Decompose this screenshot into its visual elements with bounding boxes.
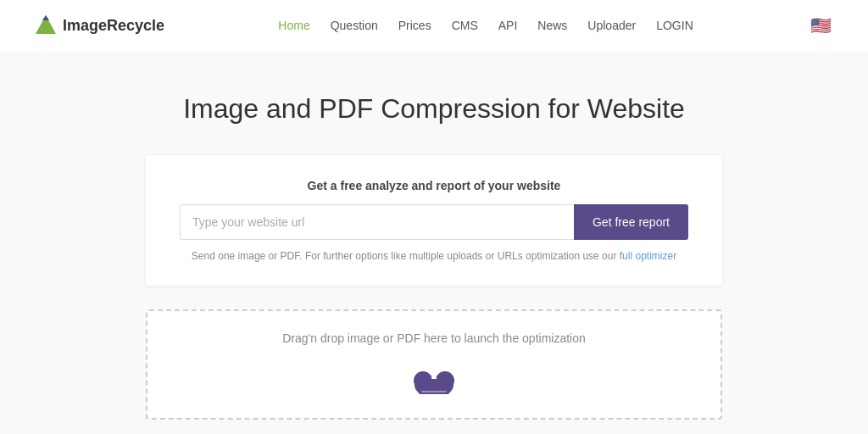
upload-icon: [411, 357, 457, 398]
nav-uploader[interactable]: Uploader: [587, 19, 636, 32]
hero-title: Image and PDF Compression for Website: [183, 93, 685, 125]
get-report-button[interactable]: Get free report: [574, 204, 688, 240]
analyze-section: Get a free analyze and report of your we…: [146, 155, 722, 286]
nav-home[interactable]: Home: [278, 19, 309, 32]
analyze-input-row: Get free report: [180, 204, 688, 240]
logo-icon: [34, 14, 58, 37]
svg-rect-8: [421, 391, 447, 392]
full-optimizer-link[interactable]: full optimizer: [620, 250, 676, 262]
logo-text: ImageRecycle: [63, 17, 164, 35]
drop-zone[interactable]: Drag'n drop image or PDF here to launch …: [146, 309, 722, 420]
main-nav: Home Question Prices CMS API News Upload…: [278, 19, 693, 32]
analyze-label: Get a free analyze and report of your we…: [180, 179, 688, 192]
website-url-input[interactable]: [180, 204, 574, 240]
nav-question[interactable]: Question: [331, 19, 378, 32]
nav-login[interactable]: LOGIN: [656, 19, 693, 32]
header: ImageRecycle Home Question Prices CMS AP…: [0, 0, 868, 51]
language-selector[interactable]: 🇺🇸: [807, 16, 834, 35]
svg-marker-1: [42, 15, 49, 20]
nav-news[interactable]: News: [537, 19, 567, 32]
nav-cms[interactable]: CMS: [452, 19, 478, 32]
nav-prices[interactable]: Prices: [398, 19, 431, 32]
main-content: Image and PDF Compression for Website Ge…: [0, 51, 868, 434]
drop-zone-text: Drag'n drop image or PDF here to launch …: [282, 331, 586, 345]
logo[interactable]: ImageRecycle: [34, 14, 164, 37]
analyze-note: Send one image or PDF. For further optio…: [180, 250, 688, 262]
nav-api[interactable]: API: [498, 19, 518, 32]
